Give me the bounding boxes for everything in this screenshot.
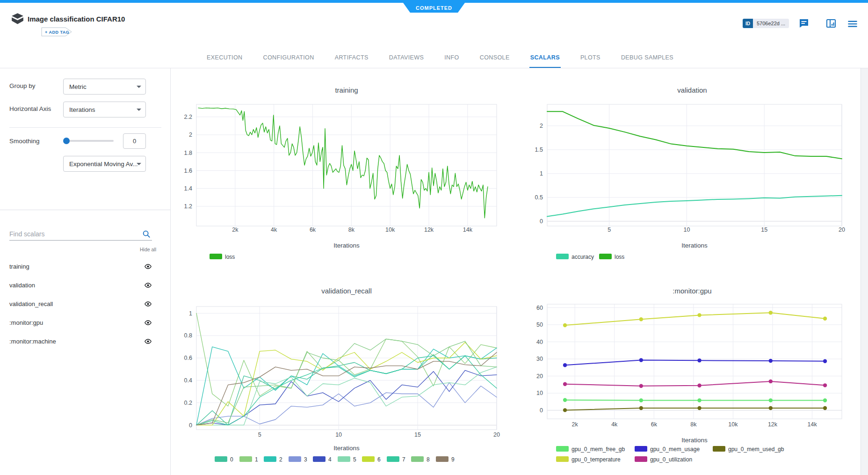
marker-gpu-0-utilization[interactable]: [639, 384, 643, 388]
y-tick-label: 2: [189, 132, 192, 138]
marker-gpu-0-mem-free-gb[interactable]: [563, 398, 567, 402]
legend-label: 5: [353, 456, 356, 463]
legend-item-0[interactable]: 0: [215, 456, 233, 463]
tab-configuration[interactable]: CONFIGURATION: [262, 54, 315, 68]
marker-gpu-0-utilization[interactable]: [823, 383, 827, 387]
tab-execution[interactable]: EXECUTION: [206, 54, 244, 68]
marker-gpu-0-mem-used-gb[interactable]: [823, 406, 827, 410]
legend-item-gpu-0-mem-free-gb[interactable]: gpu_0_mem_free_gb: [556, 446, 625, 453]
x-tick-label: 14k: [463, 227, 473, 233]
marker-gpu-0-mem-usage[interactable]: [823, 359, 827, 363]
legend-item-gpu-0-mem-used-gb[interactable]: gpu_0_mem_used_gb: [713, 446, 784, 453]
marker-gpu-0-mem-usage[interactable]: [769, 359, 773, 363]
y-tick-label: 50: [536, 322, 543, 328]
y-tick-label: 0.8: [184, 332, 192, 339]
y-tick-label: 40: [536, 339, 543, 345]
marker-gpu-0-temperature[interactable]: [823, 317, 827, 321]
smoothing-algorithm-select[interactable]: Exponential Moving Av...: [63, 156, 146, 172]
hide-all-button[interactable]: Hide all: [140, 247, 156, 252]
group-by-select[interactable]: Metric: [63, 79, 146, 95]
add-tag-button[interactable]: + ADD TAG: [41, 27, 73, 38]
scrollbar[interactable]: [861, 68, 868, 475]
y-tick-label: 10: [536, 390, 543, 396]
legend-item-7[interactable]: 7: [387, 456, 405, 463]
legend-label: loss: [615, 254, 624, 260]
marker-gpu-0-mem-used-gb[interactable]: [639, 406, 643, 410]
x-tick-label: 10: [683, 227, 690, 233]
y-tick-label: 1.2: [184, 203, 192, 210]
visibility-eye-icon[interactable]: [144, 319, 152, 327]
legend-swatch: [556, 456, 569, 462]
visibility-eye-icon[interactable]: [144, 337, 152, 346]
marker-gpu-0-temperature[interactable]: [563, 323, 567, 327]
marker-gpu-0-mem-free-gb[interactable]: [639, 398, 643, 402]
tab-info[interactable]: INFO: [443, 54, 460, 68]
legend-item-gpu-0-temperature[interactable]: gpu_0_temperature: [556, 456, 621, 463]
metric-row-validation[interactable]: validation: [0, 276, 171, 295]
metric-row-validation-recall[interactable]: validation_recall: [0, 295, 171, 314]
chart-panel-monitor-gpu: 01020304050602k4k6k8k10k12k14k:monitor:g…: [516, 280, 861, 475]
metric-row-training[interactable]: training: [0, 257, 171, 276]
experiment-id-badge[interactable]: ID 5706e22d ...: [743, 19, 789, 28]
legend-item-4[interactable]: 4: [313, 456, 332, 463]
marker-gpu-0-mem-usage[interactable]: [563, 363, 567, 367]
marker-gpu-0-utilization[interactable]: [563, 382, 567, 386]
chart-monitor-gpu[interactable]: 01020304050602k4k6k8k10k12k14k:monitor:g…: [516, 280, 861, 475]
marker-gpu-0-mem-used-gb[interactable]: [697, 406, 701, 410]
marker-gpu-0-mem-used-gb[interactable]: [769, 406, 773, 410]
status-bar: [0, 0, 868, 3]
legend-item-5[interactable]: 5: [338, 456, 356, 463]
legend-item-gpu-0-mem-usage[interactable]: gpu_0_mem_usage: [635, 446, 700, 453]
metric-row--monitor-machine[interactable]: :monitor:machine: [0, 332, 171, 351]
legend-item-3[interactable]: 3: [289, 456, 307, 463]
legend-item-1[interactable]: 1: [239, 456, 258, 463]
marker-gpu-0-temperature[interactable]: [639, 317, 643, 321]
legend-item-8[interactable]: 8: [411, 456, 430, 463]
smoothing-input[interactable]: 0: [123, 133, 146, 149]
visibility-eye-icon[interactable]: [144, 300, 152, 308]
slider-knob[interactable]: [63, 138, 70, 144]
marker-gpu-0-utilization[interactable]: [697, 383, 701, 387]
search-input[interactable]: Find scalars: [9, 229, 152, 241]
horizontal-axis-select[interactable]: Iterations: [63, 102, 146, 117]
x-axis-label: Iterations: [681, 437, 708, 444]
marker-gpu-0-utilization[interactable]: [769, 380, 773, 383]
visibility-eye-icon[interactable]: [144, 281, 152, 290]
chart-training[interactable]: 1.21.41.61.822.22k4k6k8k10k12k14ktrainin…: [171, 68, 516, 280]
legend-swatch: [411, 456, 424, 462]
tab-dataviews[interactable]: DATAVIEWS: [388, 54, 425, 68]
tab-plots[interactable]: PLOTS: [579, 54, 601, 68]
smoothing-slider[interactable]: [65, 140, 114, 142]
comments-button[interactable]: [798, 18, 810, 30]
legend-swatch: [436, 456, 448, 462]
chart-validation[interactable]: 00.511.525101520validationIterationsaccu…: [516, 68, 861, 280]
marker-gpu-0-temperature[interactable]: [769, 311, 773, 314]
legend-item-6[interactable]: 6: [362, 456, 381, 463]
tab-bar-items: EXECUTIONCONFIGURATIONARTIFACTSDATAVIEWS…: [206, 54, 674, 68]
legend-item-9[interactable]: 9: [436, 456, 455, 463]
details-panel-button[interactable]: [825, 18, 837, 30]
marker-gpu-0-mem-usage[interactable]: [697, 358, 701, 362]
chart-validation-recall[interactable]: 00.20.40.60.815101520validation_recallIt…: [171, 280, 516, 475]
metric-row--monitor-gpu[interactable]: :monitor:gpu: [0, 314, 171, 332]
tab-artifacts[interactable]: ARTIFACTS: [334, 54, 369, 68]
visibility-eye-icon[interactable]: [144, 263, 152, 271]
menu-button[interactable]: [846, 18, 859, 30]
marker-gpu-0-mem-free-gb[interactable]: [769, 398, 773, 402]
marker-gpu-0-mem-usage[interactable]: [639, 358, 643, 362]
marker-gpu-0-mem-used-gb[interactable]: [563, 408, 567, 412]
legend-item-accuracy[interactable]: accuracy: [556, 254, 594, 260]
legend-label: 7: [402, 456, 405, 463]
marker-gpu-0-temperature[interactable]: [697, 313, 701, 317]
series-gpu-0-mem-free-gb[interactable]: [565, 400, 825, 401]
metric-label: validation_recall: [9, 300, 53, 307]
tab-scalars[interactable]: SCALARS: [529, 54, 561, 68]
tab-debug-samples[interactable]: DEBUG SAMPLES: [620, 54, 674, 68]
legend-item-2[interactable]: 2: [264, 456, 282, 463]
smoothing-algorithm-value: Exponential Moving Av...: [69, 161, 138, 168]
legend-swatch: [313, 456, 326, 462]
marker-gpu-0-mem-free-gb[interactable]: [697, 398, 701, 402]
marker-gpu-0-mem-free-gb[interactable]: [823, 398, 827, 402]
tab-console[interactable]: CONSOLE: [479, 54, 511, 68]
legend-item-gpu-0-utilization[interactable]: gpu_0_utilization: [635, 456, 692, 463]
